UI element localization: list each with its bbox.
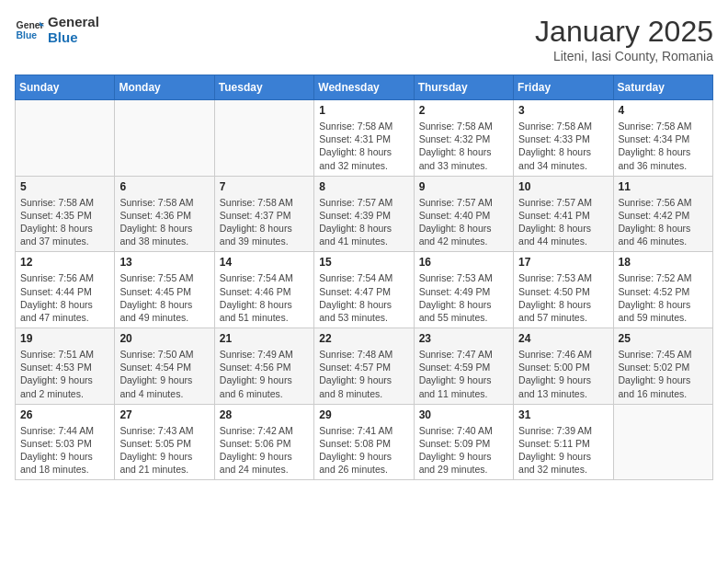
calendar-day-cell: 5Sunrise: 7:58 AM Sunset: 4:35 PM Daylig… xyxy=(16,176,115,252)
day-number: 28 xyxy=(220,408,309,421)
day-number: 16 xyxy=(419,256,508,269)
calendar-header-row: SundayMondayTuesdayWednesdayThursdayFrid… xyxy=(16,75,713,100)
day-number: 15 xyxy=(319,256,408,269)
day-info: Sunrise: 7:57 AM Sunset: 4:41 PM Dayligh… xyxy=(518,196,608,248)
day-number: 31 xyxy=(518,408,608,421)
day-info: Sunrise: 7:49 AM Sunset: 4:56 PM Dayligh… xyxy=(220,348,309,400)
day-info: Sunrise: 7:58 AM Sunset: 4:37 PM Dayligh… xyxy=(220,196,309,248)
day-info: Sunrise: 7:47 AM Sunset: 4:59 PM Dayligh… xyxy=(419,348,508,400)
calendar-day-cell: 11Sunrise: 7:56 AM Sunset: 4:42 PM Dayli… xyxy=(613,176,712,252)
day-number: 21 xyxy=(220,332,309,345)
day-number: 5 xyxy=(20,180,109,193)
day-info: Sunrise: 7:39 AM Sunset: 5:11 PM Dayligh… xyxy=(518,424,608,477)
day-info: Sunrise: 7:58 AM Sunset: 4:34 PM Dayligh… xyxy=(619,120,708,172)
calendar-day-cell: 29Sunrise: 7:41 AM Sunset: 5:08 PM Dayli… xyxy=(314,404,414,480)
day-number: 23 xyxy=(419,332,508,345)
day-number: 29 xyxy=(319,408,408,421)
calendar-day-cell: 21Sunrise: 7:49 AM Sunset: 4:56 PM Dayli… xyxy=(214,328,313,405)
calendar-subtitle: Liteni, Iasi County, Romania xyxy=(535,49,713,63)
day-info: Sunrise: 7:53 AM Sunset: 4:50 PM Dayligh… xyxy=(518,271,608,324)
calendar-day-cell: 20Sunrise: 7:50 AM Sunset: 4:54 PM Dayli… xyxy=(115,328,214,405)
logo-icon: General Blue xyxy=(15,16,44,45)
day-number: 13 xyxy=(119,256,209,269)
calendar-day-cell: 17Sunrise: 7:53 AM Sunset: 4:50 PM Dayli… xyxy=(514,252,613,328)
calendar-week-row: 26Sunrise: 7:44 AM Sunset: 5:03 PM Dayli… xyxy=(16,404,713,480)
day-info: Sunrise: 7:48 AM Sunset: 4:57 PM Dayligh… xyxy=(319,348,408,400)
day-number: 18 xyxy=(619,256,708,269)
calendar-day-cell: 2Sunrise: 7:58 AM Sunset: 4:32 PM Daylig… xyxy=(414,100,513,177)
day-number: 7 xyxy=(220,180,309,193)
day-number: 20 xyxy=(119,332,209,345)
day-number: 27 xyxy=(119,408,209,421)
day-info: Sunrise: 7:58 AM Sunset: 4:32 PM Dayligh… xyxy=(419,120,508,172)
calendar-day-cell xyxy=(214,100,313,177)
calendar-day-cell: 12Sunrise: 7:56 AM Sunset: 4:44 PM Dayli… xyxy=(16,252,115,328)
calendar-day-cell: 22Sunrise: 7:48 AM Sunset: 4:57 PM Dayli… xyxy=(314,328,414,405)
day-info: Sunrise: 7:42 AM Sunset: 5:06 PM Dayligh… xyxy=(220,424,309,477)
day-number: 25 xyxy=(619,332,708,345)
day-info: Sunrise: 7:55 AM Sunset: 4:45 PM Dayligh… xyxy=(119,271,209,324)
day-number: 1 xyxy=(319,104,408,117)
day-number: 24 xyxy=(518,332,608,345)
calendar-week-row: 19Sunrise: 7:51 AM Sunset: 4:53 PM Dayli… xyxy=(16,328,713,405)
calendar-day-cell: 7Sunrise: 7:58 AM Sunset: 4:37 PM Daylig… xyxy=(214,176,313,252)
day-number: 30 xyxy=(419,408,508,421)
calendar-day-cell: 10Sunrise: 7:57 AM Sunset: 4:41 PM Dayli… xyxy=(514,176,613,252)
calendar-day-cell: 9Sunrise: 7:57 AM Sunset: 4:40 PM Daylig… xyxy=(414,176,513,252)
day-number: 3 xyxy=(518,104,608,117)
calendar-day-cell: 19Sunrise: 7:51 AM Sunset: 4:53 PM Dayli… xyxy=(16,328,115,405)
day-number: 14 xyxy=(220,256,309,269)
day-info: Sunrise: 7:58 AM Sunset: 4:36 PM Dayligh… xyxy=(119,196,209,248)
calendar-day-cell: 15Sunrise: 7:54 AM Sunset: 4:47 PM Dayli… xyxy=(314,252,414,328)
day-info: Sunrise: 7:57 AM Sunset: 4:40 PM Dayligh… xyxy=(419,196,508,248)
calendar-day-cell: 27Sunrise: 7:43 AM Sunset: 5:05 PM Dayli… xyxy=(115,404,214,480)
day-of-week-header: Saturday xyxy=(613,75,712,100)
calendar-day-cell: 3Sunrise: 7:58 AM Sunset: 4:33 PM Daylig… xyxy=(514,100,613,177)
calendar-day-cell xyxy=(16,100,115,177)
day-number: 26 xyxy=(20,408,109,421)
logo-blue: Blue xyxy=(48,30,99,46)
day-number: 12 xyxy=(20,256,109,269)
calendar-day-cell: 14Sunrise: 7:54 AM Sunset: 4:46 PM Dayli… xyxy=(214,252,313,328)
day-info: Sunrise: 7:50 AM Sunset: 4:54 PM Dayligh… xyxy=(119,348,209,400)
calendar-day-cell: 1Sunrise: 7:58 AM Sunset: 4:31 PM Daylig… xyxy=(314,100,414,177)
calendar-week-row: 12Sunrise: 7:56 AM Sunset: 4:44 PM Dayli… xyxy=(16,252,713,328)
title-block: January 2025 Liteni, Iasi County, Romani… xyxy=(535,15,713,63)
day-number: 2 xyxy=(419,104,508,117)
calendar-day-cell: 23Sunrise: 7:47 AM Sunset: 4:59 PM Dayli… xyxy=(414,328,513,405)
calendar-day-cell: 26Sunrise: 7:44 AM Sunset: 5:03 PM Dayli… xyxy=(16,404,115,480)
calendar-day-cell: 6Sunrise: 7:58 AM Sunset: 4:36 PM Daylig… xyxy=(115,176,214,252)
day-info: Sunrise: 7:43 AM Sunset: 5:05 PM Dayligh… xyxy=(119,424,209,477)
day-info: Sunrise: 7:56 AM Sunset: 4:42 PM Dayligh… xyxy=(619,196,708,248)
day-number: 6 xyxy=(119,180,209,193)
calendar-day-cell xyxy=(613,404,712,480)
calendar-title: January 2025 xyxy=(535,15,713,49)
calendar-day-cell: 18Sunrise: 7:52 AM Sunset: 4:52 PM Dayli… xyxy=(613,252,712,328)
page-header: General Blue General Blue January 2025 L… xyxy=(15,15,713,63)
calendar-day-cell: 24Sunrise: 7:46 AM Sunset: 5:00 PM Dayli… xyxy=(514,328,613,405)
day-info: Sunrise: 7:54 AM Sunset: 4:46 PM Dayligh… xyxy=(220,271,309,324)
day-number: 19 xyxy=(20,332,109,345)
day-number: 8 xyxy=(319,180,408,193)
day-number: 11 xyxy=(619,180,708,193)
day-info: Sunrise: 7:57 AM Sunset: 4:39 PM Dayligh… xyxy=(319,196,408,248)
calendar-day-cell: 25Sunrise: 7:45 AM Sunset: 5:02 PM Dayli… xyxy=(613,328,712,405)
day-number: 10 xyxy=(518,180,608,193)
day-info: Sunrise: 7:53 AM Sunset: 4:49 PM Dayligh… xyxy=(419,271,508,324)
calendar-week-row: 1Sunrise: 7:58 AM Sunset: 4:31 PM Daylig… xyxy=(16,100,713,177)
calendar-day-cell: 28Sunrise: 7:42 AM Sunset: 5:06 PM Dayli… xyxy=(214,404,313,480)
day-info: Sunrise: 7:58 AM Sunset: 4:33 PM Dayligh… xyxy=(518,120,608,172)
day-info: Sunrise: 7:54 AM Sunset: 4:47 PM Dayligh… xyxy=(319,271,408,324)
calendar-day-cell: 30Sunrise: 7:40 AM Sunset: 5:09 PM Dayli… xyxy=(414,404,513,480)
calendar-day-cell xyxy=(115,100,214,177)
day-number: 22 xyxy=(319,332,408,345)
day-number: 17 xyxy=(518,256,608,269)
day-info: Sunrise: 7:56 AM Sunset: 4:44 PM Dayligh… xyxy=(20,271,109,324)
day-of-week-header: Sunday xyxy=(16,75,115,100)
day-info: Sunrise: 7:58 AM Sunset: 4:31 PM Dayligh… xyxy=(319,120,408,172)
day-info: Sunrise: 7:46 AM Sunset: 5:00 PM Dayligh… xyxy=(518,348,608,400)
day-info: Sunrise: 7:51 AM Sunset: 4:53 PM Dayligh… xyxy=(20,348,109,400)
day-info: Sunrise: 7:52 AM Sunset: 4:52 PM Dayligh… xyxy=(619,271,708,324)
day-of-week-header: Monday xyxy=(115,75,214,100)
day-of-week-header: Wednesday xyxy=(314,75,414,100)
